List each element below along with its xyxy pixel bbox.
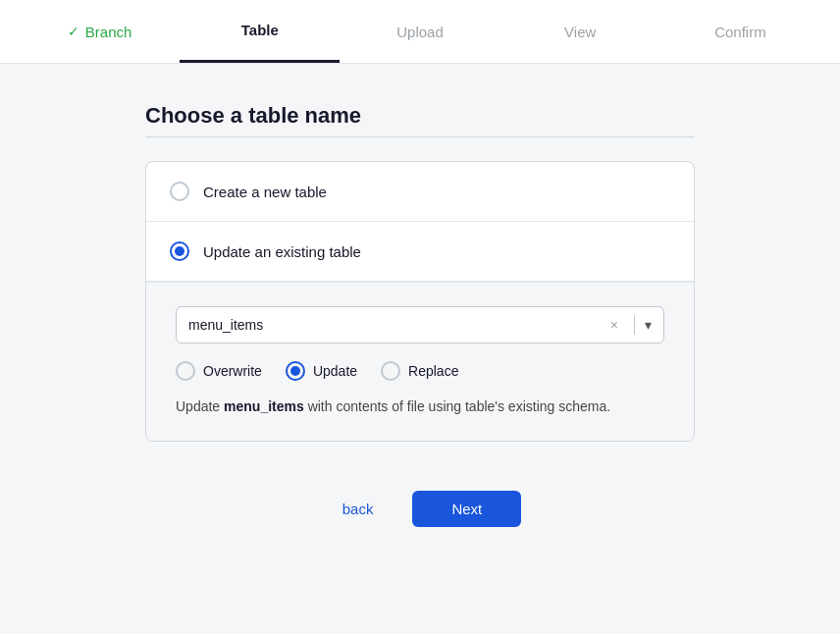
main-content: Choose a table name Create a new table U… [67, 64, 773, 576]
update-sub-section: menu_items × ▾ Overwrite Update Replace [146, 282, 694, 441]
overwrite-option[interactable]: Overwrite [176, 361, 262, 381]
update-option[interactable]: Update [286, 361, 357, 381]
nav-item-view[interactable]: View [500, 0, 660, 63]
replace-radio[interactable] [381, 361, 400, 381]
next-button[interactable]: Next [412, 491, 521, 527]
overwrite-label: Overwrite [203, 363, 262, 379]
title-divider [145, 136, 695, 137]
create-new-table-option[interactable]: Create a new table [146, 162, 694, 222]
overwrite-radio[interactable] [176, 361, 195, 381]
nav-item-confirm[interactable]: Confirm [660, 0, 820, 63]
update-radio[interactable] [286, 361, 305, 381]
update-label: Update [313, 363, 357, 379]
nav-label-upload: Upload [396, 24, 444, 40]
chevron-down-icon[interactable]: ▾ [645, 317, 652, 333]
table-options-card: Create a new table Update an existing ta… [145, 161, 695, 442]
description-bold: menu_items [224, 398, 304, 414]
description-text: Update menu_items with contents of file … [176, 396, 664, 417]
footer-buttons: back Next [145, 471, 695, 547]
nav-label-branch: Branch [85, 24, 132, 40]
select-divider [634, 315, 635, 335]
update-mode-radio-group: Overwrite Update Replace [176, 361, 664, 381]
replace-label: Replace [408, 363, 458, 379]
replace-option[interactable]: Replace [381, 361, 458, 381]
back-button[interactable]: back [319, 491, 397, 527]
create-table-label: Create a new table [203, 184, 327, 200]
description-after: with contents of file using table's exis… [304, 398, 610, 414]
nav-label-view: View [564, 24, 596, 40]
check-icon: ✓ [68, 24, 79, 39]
page-title: Choose a table name [145, 103, 695, 129]
nav-label-table: Table [241, 22, 279, 38]
table-select-field[interactable]: menu_items × ▾ [176, 306, 664, 343]
top-nav: ✓ Branch Table Upload View Confirm [0, 0, 840, 64]
nav-item-table[interactable]: Table [180, 0, 340, 63]
update-table-label: Update an existing table [203, 243, 361, 260]
description-before: Update [176, 398, 224, 414]
nav-item-upload[interactable]: Upload [340, 0, 499, 63]
nav-label-confirm: Confirm [714, 24, 766, 40]
clear-selection-button[interactable]: × [610, 317, 618, 333]
selected-table-value: menu_items [188, 317, 610, 333]
update-table-radio[interactable] [170, 241, 189, 261]
create-table-radio[interactable] [170, 182, 189, 201]
update-existing-table-option[interactable]: Update an existing table [146, 222, 694, 282]
nav-item-branch[interactable]: ✓ Branch [20, 0, 180, 63]
